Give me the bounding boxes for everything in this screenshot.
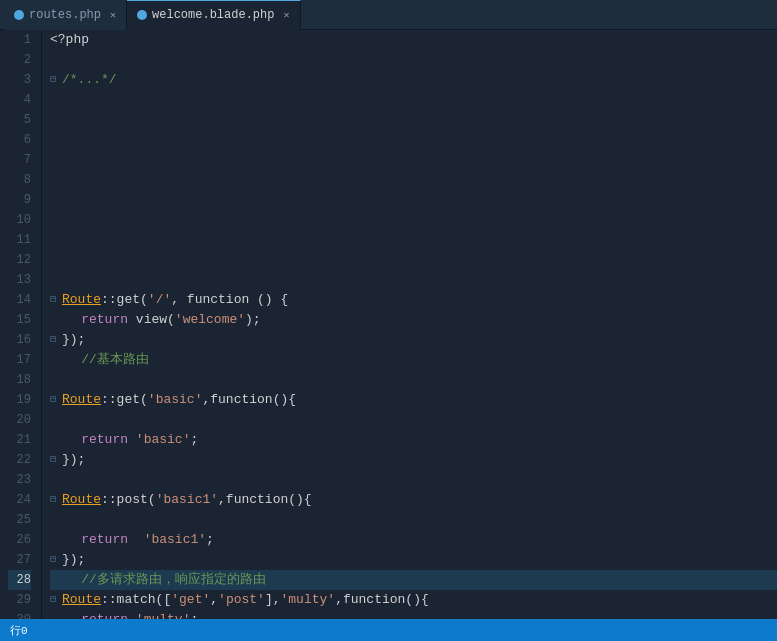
kw-brace: ;: [206, 530, 214, 550]
line-number-12: 12: [8, 250, 31, 270]
tab-routes[interactable]: routes.php✕: [4, 0, 127, 30]
kw-method: ::post(: [101, 490, 156, 510]
code-line-8: [50, 170, 777, 190]
code-line-28: //多请求路由，响应指定的路由: [50, 570, 777, 590]
line-number-3: 3: [8, 70, 31, 90]
code-line-18: [50, 370, 777, 390]
code-line-4: [50, 90, 777, 110]
code-area[interactable]: <?php⊟/*...*/⊟Route::get('/', function (…: [42, 30, 777, 619]
line-number-30: 30: [8, 610, 31, 619]
code-line-10: [50, 210, 777, 230]
fold-icon: ⊟: [50, 70, 60, 90]
code-line-7: [50, 150, 777, 170]
tab-welcome[interactable]: welcome.blade.php✕: [127, 0, 300, 30]
line-number-6: 6: [8, 130, 31, 150]
line-number-4: 4: [8, 90, 31, 110]
kw-tag: <?php: [50, 30, 89, 50]
code-line-14: ⊟Route::get('/', function () {: [50, 290, 777, 310]
line-number-18: 18: [8, 370, 31, 390]
fold-icon: ⊟: [50, 490, 60, 510]
kw-func: , function () {: [171, 290, 288, 310]
kw-return: return: [81, 610, 128, 619]
code-line-6: [50, 130, 777, 150]
code-token: [50, 610, 81, 619]
status-bar: 行0: [0, 619, 777, 641]
kw-string: 'get': [171, 590, 210, 610]
app-window: routes.php✕welcome.blade.php✕ 1234567891…: [0, 0, 777, 641]
line-number-20: 20: [8, 410, 31, 430]
kw-func: ,function(){: [218, 490, 312, 510]
kw-brace: );: [245, 310, 261, 330]
code-line-25: [50, 510, 777, 530]
kw-method: ::get(: [101, 290, 148, 310]
code-token: [50, 350, 81, 370]
kw-string: 'basic1': [144, 530, 206, 550]
kw-string: '/': [148, 290, 171, 310]
kw-string: 'basic': [148, 390, 203, 410]
line-number-27: 27: [8, 550, 31, 570]
kw-brace: });: [62, 450, 85, 470]
code-line-29: ⊟Route::match(['get','post'],'multy',fun…: [50, 590, 777, 610]
kw-route: Route: [62, 290, 101, 310]
tab-close-icon[interactable]: ✕: [110, 9, 116, 21]
code-line-22: ⊟});: [50, 450, 777, 470]
fold-icon: ⊟: [50, 330, 60, 350]
line-number-23: 23: [8, 470, 31, 490]
editor-container: 1234567891011121314151617181920212223242…: [0, 30, 777, 619]
kw-return: return: [81, 430, 128, 450]
line-number-5: 5: [8, 110, 31, 130]
kw-func: view(: [128, 310, 175, 330]
code-token: [50, 430, 81, 450]
kw-array: [: [163, 590, 171, 610]
code-token: [128, 530, 144, 550]
line-number-8: 8: [8, 170, 31, 190]
tab-bar: routes.php✕welcome.blade.php✕: [0, 0, 777, 30]
fold-icon: ⊟: [50, 550, 60, 570]
line-number-24: 24: [8, 490, 31, 510]
line-number-11: 11: [8, 230, 31, 250]
kw-method: ::match(: [101, 590, 163, 610]
kw-comment: //多请求路由，响应指定的路由: [81, 570, 266, 590]
fold-icon: ⊟: [50, 390, 60, 410]
tab-label: routes.php: [29, 8, 101, 22]
code-token: ,: [210, 590, 218, 610]
kw-string: 'multy': [281, 590, 336, 610]
line-number-19: 19: [8, 390, 31, 410]
kw-string: 'basic': [136, 430, 191, 450]
kw-method: ::get(: [101, 390, 148, 410]
code-line-23: [50, 470, 777, 490]
tab-close-icon[interactable]: ✕: [283, 9, 289, 21]
code-line-2: [50, 50, 777, 70]
line-numbers: 1234567891011121314151617181920212223242…: [0, 30, 42, 619]
tab-label: welcome.blade.php: [152, 8, 274, 22]
kw-route: Route: [62, 390, 101, 410]
kw-route: Route: [62, 590, 101, 610]
kw-brace: ;: [190, 430, 198, 450]
kw-return: return: [81, 530, 128, 550]
line-number-22: 22: [8, 450, 31, 470]
line-number-25: 25: [8, 510, 31, 530]
line-number-16: 16: [8, 330, 31, 350]
kw-array: ]: [265, 590, 273, 610]
line-number-10: 10: [8, 210, 31, 230]
fold-icon: ⊟: [50, 290, 60, 310]
line-number-15: 15: [8, 310, 31, 330]
code-token: [50, 310, 81, 330]
code-line-13: [50, 270, 777, 290]
code-line-9: [50, 190, 777, 210]
line-number-7: 7: [8, 150, 31, 170]
kw-func: ,function(){: [335, 590, 429, 610]
kw-brace: ;: [190, 610, 198, 619]
line-number-13: 13: [8, 270, 31, 290]
code-line-12: [50, 250, 777, 270]
kw-string: 'post': [218, 590, 265, 610]
code-token: [128, 430, 136, 450]
kw-string: 'welcome': [175, 310, 245, 330]
fold-icon: ⊟: [50, 450, 60, 470]
kw-route: Route: [62, 490, 101, 510]
line-number-14: 14: [8, 290, 31, 310]
line-number-9: 9: [8, 190, 31, 210]
line-number-17: 17: [8, 350, 31, 370]
kw-comment: /*...*/: [62, 70, 117, 90]
code-line-3: ⊟/*...*/: [50, 70, 777, 90]
